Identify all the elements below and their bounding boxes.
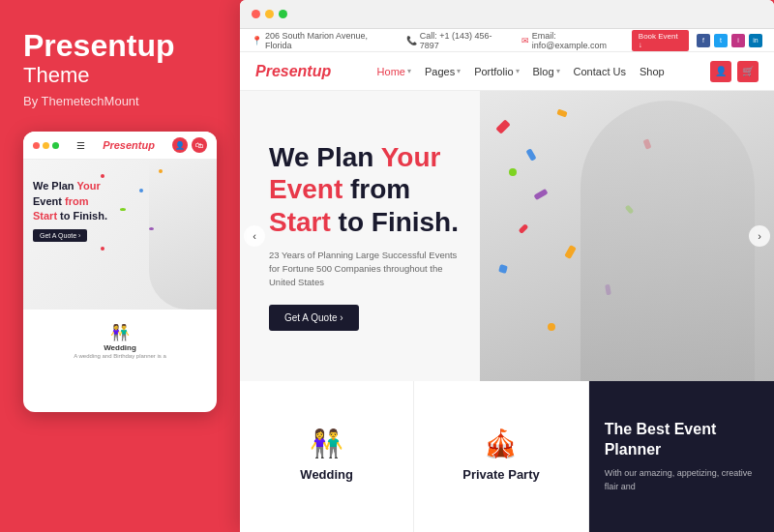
- mobile-top-bar: ☰ Presentup 👤 🛍: [23, 132, 217, 160]
- wedding-card-title: Wedding: [300, 467, 353, 482]
- nav-portfolio-arrow: ▾: [516, 67, 520, 75]
- confetti-2: [526, 148, 537, 161]
- confetti-8: [499, 264, 509, 274]
- top-info-left: 📍 206 South Marion Avenue, Florida 📞 Cal…: [252, 31, 632, 50]
- mobile-dot-yellow: [43, 142, 49, 149]
- mobile-dot-red: [33, 142, 40, 149]
- confetti-6: [519, 223, 529, 234]
- nav-shop[interactable]: Shop: [640, 66, 665, 77]
- confetti-7: [565, 245, 578, 259]
- browser-chrome-bar: [240, 0, 774, 29]
- browser-dot-red: [252, 10, 260, 18]
- nav-home-arrow: ▾: [407, 67, 411, 75]
- email-icon: ✉: [521, 36, 529, 45]
- mobile-hamburger-icon[interactable]: ☰: [76, 140, 85, 151]
- main-nav: Presentup Home ▾ Pages ▾ Portfolio ▾ Blo…: [240, 52, 774, 91]
- linkedin-icon[interactable]: in: [749, 34, 762, 47]
- mobile-user-icon[interactable]: 👤: [172, 137, 188, 153]
- private-party-title: Private Party: [462, 467, 540, 482]
- nav-cart-area: 👤 🛒: [710, 61, 759, 82]
- hero-subtitle: 23 Years of Planning Large Successful Ev…: [269, 249, 462, 290]
- confetti-1: [496, 119, 512, 134]
- slider-arrow-left[interactable]: ‹: [244, 225, 265, 247]
- private-party-icon: 🎪: [484, 428, 518, 459]
- instagram-icon[interactable]: i: [731, 34, 745, 47]
- mobile-wedding-icon: 👫: [35, 323, 205, 341]
- wedding-card-icon: 👫: [310, 428, 343, 459]
- mobile-logo: Presentup: [103, 139, 155, 151]
- brand-title: Presentup Theme By ThemetechMount: [23, 29, 217, 108]
- top-info-bar: 📍 206 South Marion Avenue, Florida 📞 Cal…: [240, 29, 774, 52]
- nav-contact[interactable]: Contact Us: [574, 66, 626, 77]
- confetti-dot: [139, 189, 143, 192]
- browser-dot-yellow: [265, 10, 274, 18]
- hero-content: We Plan Your Event from Start to Finish.…: [240, 141, 491, 332]
- mobile-window-dots: [33, 142, 59, 149]
- top-info-right: Book Event ↓ f t i in: [632, 30, 762, 51]
- nav-blog[interactable]: Blog ▾: [533, 66, 560, 77]
- nav-pages-arrow: ▾: [457, 67, 461, 75]
- confetti-5: [534, 189, 549, 200]
- twitter-icon[interactable]: t: [714, 34, 728, 47]
- mobile-cta-button[interactable]: Get A Quote ›: [33, 229, 87, 242]
- best-event-card: The Best Event Planner With our amazing,…: [589, 381, 774, 532]
- hero-person-silhouette: [580, 101, 755, 381]
- best-event-text: With our amazing, appetizing, creative f…: [605, 467, 759, 493]
- email-info: ✉ Email: info@example.com: [521, 31, 632, 50]
- mobile-wedding-title: Wedding: [35, 343, 205, 352]
- mobile-hero-text: We Plan Your Event from Start to Finish.…: [33, 179, 107, 242]
- confetti-dot: [101, 247, 104, 251]
- confetti-dot: [159, 169, 163, 173]
- nav-logo: Presentup: [255, 63, 331, 80]
- nav-portfolio[interactable]: Portfolio ▾: [474, 66, 519, 77]
- mobile-mockup: ☰ Presentup 👤 🛍: [23, 132, 217, 412]
- bottom-section: 👫 Wedding 🎪 Private Party The Best Event…: [240, 381, 774, 532]
- confetti-4: [509, 168, 517, 176]
- hero-image-area: [480, 91, 774, 381]
- nav-home[interactable]: Home ▾: [377, 66, 411, 77]
- mobile-cards: 👫 Wedding A wedding and Birthday planner…: [23, 310, 217, 374]
- private-party-card: 🎪 Private Party: [414, 381, 588, 532]
- confetti-dot: [101, 174, 104, 178]
- nav-cart-icon[interactable]: 🛒: [737, 61, 759, 82]
- mobile-hero-heading: We Plan Your Event from Start to Finish.: [33, 179, 107, 223]
- mobile-hero: We Plan Your Event from Start to Finish.…: [23, 160, 217, 310]
- mobile-wedding-text: A wedding and Birthday planner is a: [35, 353, 205, 361]
- mobile-header-icons: 👤 🛍: [172, 137, 207, 153]
- slider-arrow-right[interactable]: ›: [749, 225, 770, 247]
- confetti-12: [548, 323, 555, 331]
- hero-cta-button[interactable]: Get A Quote ›: [269, 305, 359, 331]
- best-event-title: The Best Event Planner: [605, 420, 759, 460]
- nav-pages[interactable]: Pages ▾: [425, 66, 461, 77]
- nav-links: Home ▾ Pages ▾ Portfolio ▾ Blog ▾ Contac…: [377, 66, 665, 77]
- left-panel: Presentup Theme By ThemetechMount ☰ Pres…: [0, 0, 240, 532]
- call-info: 📞 Call: +1 (143) 456-7897: [406, 31, 510, 50]
- confetti-dot: [149, 227, 154, 230]
- mobile-bag-icon[interactable]: 🛍: [192, 137, 207, 153]
- browser-mockup: 📍 206 South Marion Avenue, Florida 📞 Cal…: [240, 0, 774, 532]
- nav-user-icon[interactable]: 👤: [710, 61, 731, 82]
- confetti-3: [557, 108, 568, 117]
- mobile-dot-green: [52, 142, 59, 149]
- browser-dot-green: [279, 10, 287, 18]
- hero-heading: We Plan Your Event from Start to Finish.: [269, 141, 462, 239]
- address-info: 📍 206 South Marion Avenue, Florida: [252, 31, 395, 50]
- phone-icon: 📞: [406, 36, 417, 45]
- confetti-dot: [120, 208, 126, 211]
- nav-blog-arrow: ▾: [556, 67, 560, 75]
- location-icon: 📍: [252, 36, 262, 45]
- facebook-icon[interactable]: f: [697, 34, 710, 47]
- wedding-card: 👫 Wedding: [240, 381, 414, 532]
- mobile-wedding-card: 👫 Wedding A wedding and Birthday planner…: [31, 317, 209, 367]
- book-event-button[interactable]: Book Event ↓: [632, 30, 689, 51]
- social-icons: f t i in: [697, 34, 762, 47]
- hero-section: We Plan Your Event from Start to Finish.…: [240, 91, 774, 381]
